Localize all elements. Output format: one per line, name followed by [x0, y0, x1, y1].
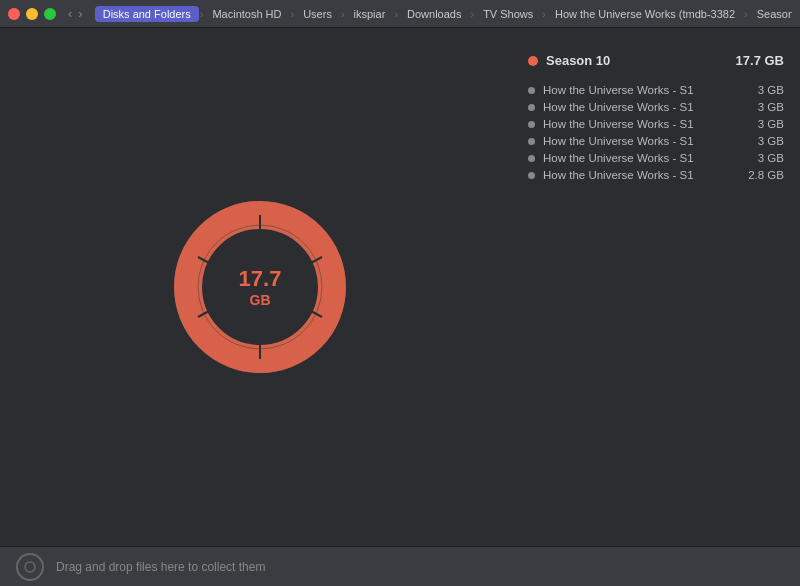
- legend-item-dot-5: [528, 172, 535, 179]
- legend-item-size-0: 3 GB: [758, 84, 784, 96]
- legend-total-size: 17.7 GB: [736, 53, 784, 68]
- drag-drop-hint: Drag and drop files here to collect them: [56, 560, 265, 574]
- donut-chart: 17.7 GB: [170, 197, 350, 377]
- legend-item-dot-2: [528, 121, 535, 128]
- breadcrumb-tv-shows[interactable]: TV Shows: [475, 6, 541, 22]
- legend-list-item: How the Universe Works - S13 GB: [528, 135, 784, 147]
- legend-item-size-1: 3 GB: [758, 101, 784, 113]
- legend-list-item: How the Universe Works - S13 GB: [528, 84, 784, 96]
- legend-item-name-4: How the Universe Works - S1: [543, 152, 694, 164]
- legend-items: How the Universe Works - S13 GBHow the U…: [528, 84, 784, 181]
- collect-icon: [16, 553, 44, 581]
- forward-button[interactable]: ›: [76, 6, 84, 21]
- legend-item-name-0: How the Universe Works - S1: [543, 84, 694, 96]
- breadcrumb-sep-2: ›: [290, 8, 294, 20]
- legend-list-item: How the Universe Works - S12.8 GB: [528, 169, 784, 181]
- traffic-lights: [8, 8, 56, 20]
- legend-item-dot-1: [528, 104, 535, 111]
- breadcrumb-macintosh-hd[interactable]: Macintosh HD: [204, 6, 289, 22]
- breadcrumb-disks-and-folders[interactable]: Disks and Folders: [95, 6, 199, 22]
- back-button[interactable]: ‹: [66, 6, 74, 21]
- legend-title-row: Season 10 17.7 GB: [528, 53, 784, 72]
- maximize-button[interactable]: [44, 8, 56, 20]
- breadcrumb: Disks and Folders › Macintosh HD › Users…: [95, 6, 792, 22]
- legend-list-item: How the Universe Works - S13 GB: [528, 152, 784, 164]
- svg-point-8: [205, 232, 315, 342]
- minimize-button[interactable]: [26, 8, 38, 20]
- breadcrumb-season[interactable]: Season 10: [749, 6, 792, 22]
- breadcrumb-sep-5: ›: [470, 8, 474, 20]
- legend-item-name-3: How the Universe Works - S1: [543, 135, 694, 147]
- titlebar: ‹ › Disks and Folders › Macintosh HD › U…: [0, 0, 800, 28]
- breadcrumb-sep-4: ›: [394, 8, 398, 20]
- bottom-bar: Drag and drop files here to collect them: [0, 546, 800, 586]
- breadcrumb-sep-1: ›: [200, 8, 204, 20]
- close-button[interactable]: [8, 8, 20, 20]
- breadcrumb-ikspiar[interactable]: ikspiar: [346, 6, 394, 22]
- legend-item-name-5: How the Universe Works - S1: [543, 169, 694, 181]
- breadcrumb-users[interactable]: Users: [295, 6, 340, 22]
- legend-item-dot-4: [528, 155, 535, 162]
- legend-panel: Season 10 17.7 GB How the Universe Works…: [520, 28, 800, 546]
- nav-arrows: ‹ ›: [66, 6, 85, 21]
- collect-icon-svg: [23, 560, 37, 574]
- legend-list-item: How the Universe Works - S13 GB: [528, 118, 784, 130]
- legend-item-dot-3: [528, 138, 535, 145]
- legend-item-size-4: 3 GB: [758, 152, 784, 164]
- donut-svg: [170, 197, 350, 377]
- main-content: 17.7 GB Season 10 17.7 GB How the Univer…: [0, 28, 800, 546]
- legend-item-name-1: How the Universe Works - S1: [543, 101, 694, 113]
- legend-item-size-3: 3 GB: [758, 135, 784, 147]
- legend-item-size-5: 2.8 GB: [748, 169, 784, 181]
- legend-title: Season 10: [528, 53, 610, 68]
- breadcrumb-show[interactable]: How the Universe Works (tmdb-3382: [547, 6, 743, 22]
- chart-area: 17.7 GB: [0, 28, 520, 546]
- breadcrumb-sep-3: ›: [341, 8, 345, 20]
- legend-item-size-2: 3 GB: [758, 118, 784, 130]
- breadcrumb-sep-6: ›: [542, 8, 546, 20]
- svg-point-10: [25, 562, 35, 572]
- legend-item-dot-0: [528, 87, 535, 94]
- breadcrumb-sep-7: ›: [744, 8, 748, 20]
- legend-list-item: How the Universe Works - S13 GB: [528, 101, 784, 113]
- legend-season-label: Season 10: [546, 53, 610, 68]
- breadcrumb-downloads[interactable]: Downloads: [399, 6, 469, 22]
- legend-item-name-2: How the Universe Works - S1: [543, 118, 694, 130]
- legend-dot-indicator: [528, 56, 538, 66]
